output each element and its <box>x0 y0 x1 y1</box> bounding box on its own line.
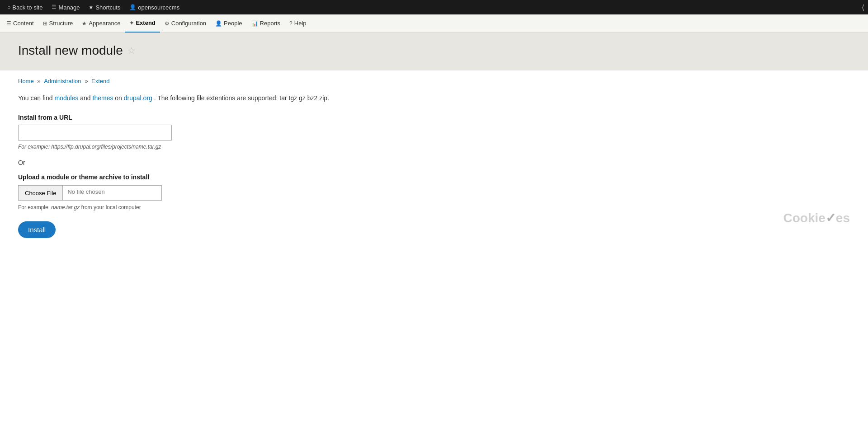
nav-structure[interactable]: ⊞ Structure <box>38 14 78 33</box>
people-icon: 👤 <box>215 20 222 27</box>
modules-link[interactable]: modules <box>54 94 78 102</box>
breadcrumb-separator-1: » <box>37 78 42 84</box>
appearance-icon: ★ <box>82 20 87 27</box>
file-example-suffix: from your local computer <box>80 204 141 210</box>
manage-btn[interactable]: ☰ Manage <box>48 2 83 13</box>
shortcuts-icon: ★ <box>89 4 94 10</box>
themes-link[interactable]: themes <box>93 94 113 102</box>
reports-icon: 📊 <box>251 20 258 27</box>
example-url: https://ftp.drupal.org/files/projects/na… <box>51 144 161 150</box>
nav-appearance[interactable]: ★ Appearance <box>77 14 125 33</box>
page-header: Install new module ☆ <box>0 33 868 70</box>
nav-reports[interactable]: 📊 Reports <box>247 14 285 33</box>
url-example-text: For example: https://ftp.drupal.org/file… <box>18 144 850 150</box>
structure-icon: ⊞ <box>43 20 47 27</box>
url-input[interactable] <box>18 125 172 141</box>
extensions-text: . The following file extentions are supp… <box>154 94 329 102</box>
choose-file-button[interactable]: Choose File <box>18 185 62 201</box>
shortcuts-label: Shortcuts <box>95 4 120 11</box>
nav-configuration[interactable]: ⚙ Configuration <box>160 14 211 33</box>
nav-bar: ☰ Content ⊞ Structure ★ Appearance ✦ Ext… <box>0 14 868 33</box>
breadcrumb-home[interactable]: Home <box>18 78 34 84</box>
breadcrumb-separator-2: » <box>85 78 90 84</box>
description-paragraph: You can find modules and themes on drupa… <box>18 94 850 103</box>
manage-label: Manage <box>58 4 80 11</box>
user-btn[interactable]: 👤 opensourcecms <box>126 2 183 13</box>
favorite-star-icon[interactable]: ☆ <box>127 45 136 56</box>
admin-bar: ○ Back to site ☰ Manage ★ Shortcuts 👤 op… <box>0 0 868 14</box>
nav-help[interactable]: ? Help <box>285 14 311 33</box>
and-text: and <box>80 94 92 102</box>
file-example-label: For example: <box>18 204 51 210</box>
content-icon: ☰ <box>6 20 11 27</box>
user-icon: 👤 <box>129 4 136 10</box>
nav-content[interactable]: ☰ Content <box>2 14 38 33</box>
extend-icon: ✦ <box>129 20 134 26</box>
nav-people[interactable]: 👤 People <box>211 14 246 33</box>
page-title-text: Install new module <box>18 43 123 58</box>
upload-section-label: Upload a module or theme archive to inst… <box>18 173 850 181</box>
help-icon: ? <box>289 20 292 27</box>
drupal-link[interactable]: drupal.org <box>124 94 152 102</box>
nav-extend[interactable]: ✦ Extend <box>125 14 160 33</box>
description-text-start: You can find <box>18 94 53 102</box>
back-to-site-btn[interactable]: ○ Back to site <box>4 2 46 13</box>
install-url-label: Install from a URL <box>18 114 850 121</box>
manage-icon: ☰ <box>52 4 57 10</box>
shortcuts-btn[interactable]: ★ Shortcuts <box>85 2 124 13</box>
admin-bar-toggle[interactable]: ⟨ <box>862 4 864 11</box>
file-example-text: For example: name.tar.gz from your local… <box>18 204 850 210</box>
install-button[interactable]: Install <box>18 221 56 238</box>
breadcrumb-extend[interactable]: Extend <box>91 78 109 84</box>
or-divider: Or <box>18 159 850 166</box>
back-to-site-label: Back to site <box>12 4 42 11</box>
file-example-name: name.tar.gz <box>51 204 80 210</box>
file-name-display: No file chosen <box>62 185 162 201</box>
install-url-section: Install from a URL For example: https://… <box>18 114 850 150</box>
user-label: opensourcecms <box>138 4 179 11</box>
upload-section: Upload a module or theme archive to inst… <box>18 173 850 210</box>
page-title: Install new module ☆ <box>18 43 850 58</box>
file-input-row: Choose File No file chosen <box>18 185 850 201</box>
on-text: on <box>115 94 123 102</box>
breadcrumb-administration[interactable]: Administration <box>44 78 81 84</box>
main-content: You can find modules and themes on drupa… <box>0 84 868 256</box>
configuration-icon: ⚙ <box>165 20 170 27</box>
home-icon: ○ <box>7 4 10 10</box>
breadcrumb: Home » Administration » Extend <box>0 70 868 84</box>
example-label: For example: <box>18 144 51 150</box>
